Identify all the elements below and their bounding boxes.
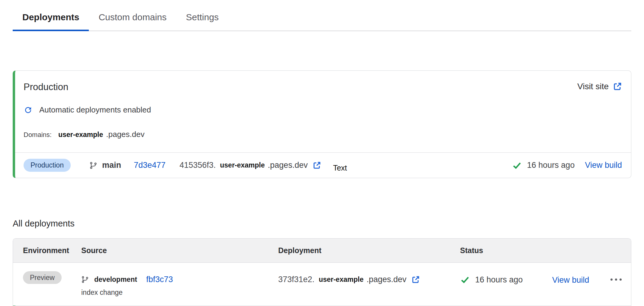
git-branch-icon bbox=[89, 161, 97, 169]
refresh-icon bbox=[24, 106, 33, 115]
branch-name: main bbox=[102, 161, 121, 170]
commit-hash-link[interactable]: fbf3c73 bbox=[146, 275, 173, 284]
auto-deployments-text: Automatic deployments enabled bbox=[39, 105, 151, 115]
external-link-icon[interactable] bbox=[411, 275, 420, 284]
text-annotation: Text bbox=[333, 164, 347, 172]
deployment-domain: user-example bbox=[220, 161, 265, 169]
commit-message: index change bbox=[81, 288, 278, 297]
table-header-row: Environment Source Deployment Status bbox=[13, 239, 631, 263]
table-row: Preview development fbf3c73 bbox=[13, 263, 631, 306]
deployment-domain: user-example bbox=[319, 275, 363, 284]
deployment-id: 415356f3. bbox=[179, 161, 216, 170]
deployments-table: Environment Source Deployment Status Pre… bbox=[13, 238, 631, 306]
external-link-icon[interactable] bbox=[313, 161, 321, 170]
column-status: Status bbox=[460, 246, 552, 255]
check-icon bbox=[512, 161, 522, 170]
visit-site-link[interactable]: Visit site bbox=[577, 82, 622, 91]
tab-deployments[interactable]: Deployments bbox=[13, 6, 89, 31]
pages-project-page: Deployments Custom domains Settings Prod… bbox=[0, 0, 644, 306]
visit-site-label: Visit site bbox=[577, 82, 609, 91]
deployment-id: 373f31e2. bbox=[278, 275, 314, 284]
tab-bar: Deployments Custom domains Settings bbox=[13, 0, 631, 31]
tab-custom-domains[interactable]: Custom domains bbox=[89, 6, 176, 31]
all-deployments-title: All deployments bbox=[13, 219, 631, 229]
environment-badge: Production bbox=[24, 159, 71, 172]
git-branch-icon bbox=[81, 276, 89, 283]
view-build-link[interactable]: View build bbox=[552, 275, 589, 285]
deployment-domain-suffix: .pages.dev bbox=[268, 161, 308, 170]
external-link-icon bbox=[613, 82, 622, 91]
production-deployment-row: Production main 7d3e477 415356f3. user-e… bbox=[15, 152, 631, 178]
column-source: Source bbox=[81, 246, 278, 255]
production-card-title: Production bbox=[24, 82, 68, 93]
deployment-time: 16 hours ago bbox=[475, 275, 523, 285]
column-deployment: Deployment bbox=[278, 246, 460, 255]
view-build-link[interactable]: View build bbox=[585, 161, 622, 170]
commit-hash-link[interactable]: 7d3e477 bbox=[134, 161, 166, 170]
domain-suffix: .pages.dev bbox=[106, 130, 144, 139]
ellipsis-icon[interactable] bbox=[610, 278, 631, 281]
environment-badge: Preview bbox=[23, 271, 62, 284]
deployment-time: 16 hours ago bbox=[527, 161, 575, 170]
check-icon bbox=[460, 275, 470, 285]
column-environment: Environment bbox=[23, 246, 81, 255]
branch-name: development bbox=[94, 275, 137, 284]
domain-name: user-example bbox=[58, 131, 103, 139]
deployment-domain-suffix: .pages.dev bbox=[366, 275, 406, 284]
tab-settings[interactable]: Settings bbox=[176, 6, 228, 31]
domains-label: Domains: bbox=[24, 131, 52, 139]
production-card: Production Visit site bbox=[13, 70, 631, 178]
